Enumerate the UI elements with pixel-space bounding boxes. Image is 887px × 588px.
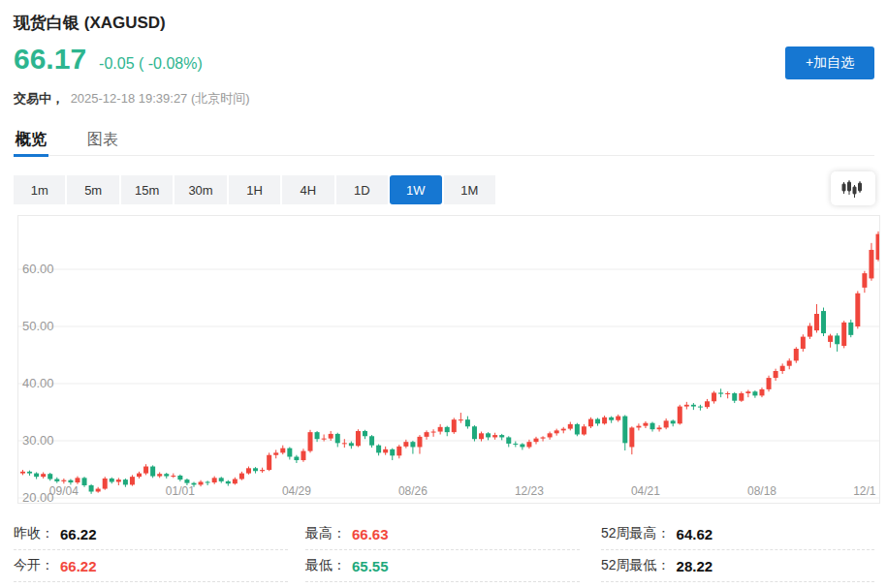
svg-text:60.00: 60.00 — [22, 262, 54, 276]
current-price: 66.17 — [14, 43, 86, 76]
svg-text:01/01: 01/01 — [166, 484, 195, 498]
stat-prev-close-label: 昨收： — [14, 525, 54, 542]
quote-stats: 昨收： 66.22 今开： 66.22 最高： 66.63 最低： 65.55 … — [14, 518, 874, 582]
range-button-1m[interactable]: 1m — [14, 175, 65, 204]
stat-open-label: 今开： — [14, 557, 54, 574]
svg-text:08/26: 08/26 — [398, 484, 428, 498]
svg-text:04/21: 04/21 — [631, 484, 660, 498]
range-button-15m[interactable]: 15m — [121, 175, 173, 204]
stat-52w-high-value: 64.62 — [677, 526, 713, 542]
svg-text:08/18: 08/18 — [747, 484, 776, 498]
range-button-5m[interactable]: 5m — [67, 175, 118, 204]
stat-open: 今开： 66.22 — [14, 550, 288, 582]
stats-column-1: 昨收： 66.22 今开： 66.22 — [14, 518, 288, 582]
svg-text:50.00: 50.00 — [22, 319, 54, 333]
stat-low: 最低： 65.55 — [305, 550, 580, 582]
trading-status-row: 交易中， 2025-12-18 19:39:27 (北京时间) — [14, 90, 250, 108]
range-button-30m[interactable]: 30m — [174, 175, 226, 204]
stat-low-value: 65.55 — [352, 558, 389, 574]
candlestick-chart-icon — [841, 179, 865, 199]
stat-open-value: 66.22 — [60, 558, 97, 574]
range-button-4h[interactable]: 4H — [282, 175, 333, 204]
add-watchlist-button[interactable]: +加自选 — [785, 46, 874, 79]
stat-prev-close: 昨收： 66.22 — [14, 518, 288, 550]
timezone-note: (北京时间) — [191, 91, 250, 106]
price-row: 66.17 -0.05 ( -0.08%) — [14, 43, 203, 76]
timeframe-bar: 1m 5m 15m 30m 1H 4H 1D 1W 1M — [14, 175, 495, 204]
range-button-1d[interactable]: 1D — [336, 175, 388, 204]
svg-text:12/23: 12/23 — [515, 484, 544, 498]
trading-status: 交易中， — [14, 91, 64, 106]
tab-overview[interactable]: 概览 — [14, 125, 48, 155]
svg-text:30.00: 30.00 — [22, 433, 54, 448]
tab-chart[interactable]: 图表 — [85, 125, 120, 155]
svg-text:12/1: 12/1 — [853, 484, 876, 498]
price-change: -0.05 ( -0.08%) — [99, 55, 203, 73]
svg-text:09/04: 09/04 — [49, 484, 79, 498]
svg-text:04/29: 04/29 — [282, 484, 311, 498]
stat-52w-low-label: 52周最低： — [601, 557, 671, 574]
svg-text:40.00: 40.00 — [22, 376, 54, 390]
stat-high-label: 最高： — [305, 525, 346, 542]
stat-52w-low-value: 28.22 — [677, 558, 713, 574]
stat-low-label: 最低： — [305, 557, 346, 574]
stat-52w-low: 52周最低： 28.22 — [601, 550, 874, 582]
candlestick-chart: 60.0050.0040.0030.0020.0009/0401/0104/29… — [18, 216, 879, 503]
chart-type-button[interactable] — [831, 171, 875, 205]
stat-high-value: 66.63 — [352, 526, 389, 542]
stat-52w-high-label: 52周最高： — [601, 525, 671, 542]
stat-high: 最高： 66.63 — [305, 518, 580, 550]
price-chart[interactable]: 60.0050.0040.0030.0020.0009/0401/0104/29… — [17, 215, 880, 504]
stats-column-3: 52周最高： 64.62 52周最低： 28.22 — [601, 518, 874, 582]
stats-column-2: 最高： 66.63 最低： 65.55 — [305, 518, 580, 582]
quote-timestamp: 2025-12-18 19:39:27 — [71, 91, 188, 106]
tabs-bar: 概览 图表 — [14, 125, 874, 156]
stat-prev-close-value: 66.22 — [60, 526, 97, 542]
stat-52w-high: 52周最高： 64.62 — [601, 518, 874, 550]
range-button-1h[interactable]: 1H — [229, 175, 280, 204]
range-button-1w[interactable]: 1W — [390, 175, 441, 204]
instrument-title: 现货白银 (XAGUSD) — [14, 12, 166, 34]
range-button-1M[interactable]: 1M — [444, 175, 495, 204]
